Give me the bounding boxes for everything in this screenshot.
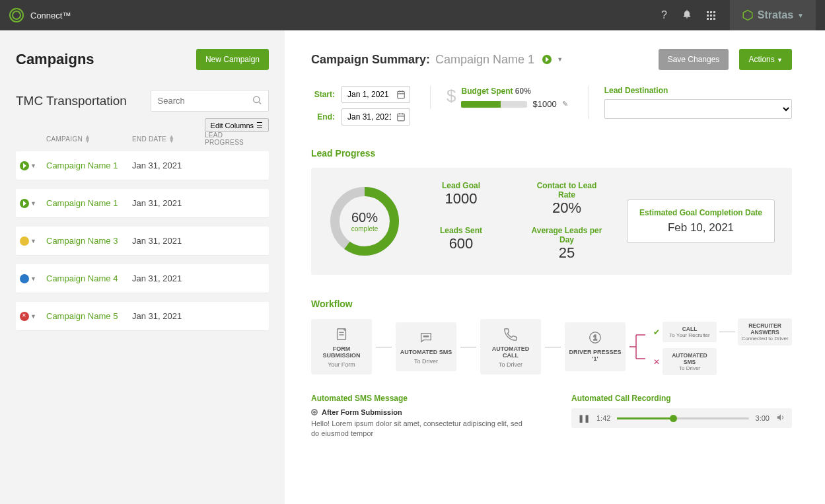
chevron-down-icon[interactable]: ▼ [30, 200, 36, 207]
chevron-down-icon[interactable]: ▼ [30, 162, 36, 169]
volume-icon[interactable] [776, 413, 785, 423]
chevron-down-icon[interactable]: ▼ [557, 56, 563, 63]
workflow-node[interactable]: AUTOMATED SMSTo Driver [396, 322, 456, 371]
status-icon [20, 199, 29, 208]
actions-button[interactable]: Actions ▼ [739, 49, 792, 70]
estimated-completion-card: Estimated Goal Completion Date Feb 10, 2… [627, 199, 775, 243]
chevron-down-icon[interactable]: ▼ [30, 313, 36, 320]
campaign-name[interactable]: Campaign Name 4 [46, 273, 132, 283]
list-headers: CAMPAIGN▲▼ END DATE▲▼ LEAD PROGRESS [16, 131, 205, 146]
sort-icon: ▲▼ [85, 135, 90, 143]
form-icon [333, 326, 350, 343]
lead-destination-select[interactable] [604, 99, 792, 119]
svg-point-0 [254, 96, 260, 102]
dollar-icon: $ [447, 86, 456, 106]
campaign-row[interactable]: ▼Campaign Name 1Jan 31, 2021 [16, 151, 269, 180]
campaign-list: ▼Campaign Name 1Jan 31, 2021▼Campaign Na… [16, 151, 269, 330]
sms-message-block: Automated SMS Message After Form Submiss… [311, 394, 532, 439]
campaign-end-date: Jan 31, 2021 [132, 311, 205, 321]
lead-progress-card: 60% complete Lead Goal1000 Contact to Le… [311, 168, 792, 275]
org-name: TMC Transportation [16, 94, 135, 108]
campaign-row[interactable]: ▼Campaign Name 4Jan 31, 2021 [16, 264, 269, 293]
end-date-input[interactable] [341, 108, 410, 126]
call-recording-block: Automated Call Recording ❚❚ 1:42 3:00 [571, 394, 792, 439]
summary-campaign-name: Campaign Name 1 [435, 53, 534, 67]
apps-grid-icon[interactable] [707, 11, 715, 20]
header-end-date[interactable]: END DATE▲▼ [132, 131, 205, 146]
campaign-end-date: Jan 31, 2021 [132, 198, 205, 208]
budget-label: Budget Spent 60% [461, 87, 530, 96]
workflow-node[interactable]: AUTOMATED CALLTo Driver [480, 319, 541, 375]
number-one-icon: 1 [587, 329, 604, 346]
sms-body: Hello! Lorem ipsum dolor sit amet, conse… [311, 419, 532, 439]
bell-icon[interactable] [682, 9, 692, 22]
header-lead-progress[interactable]: LEAD PROGRESS [205, 131, 244, 146]
budget-amount: $1000 [532, 99, 556, 109]
search-icon [252, 94, 262, 107]
sort-icon: ▲▼ [168, 135, 174, 143]
campaign-end-date: Jan 31, 2021 [132, 273, 205, 283]
audio-total-time: 3:00 [756, 414, 770, 422]
contact-rate-value: 20% [530, 199, 603, 217]
campaign-row[interactable]: ▼Campaign Name 1Jan 31, 2021 [16, 189, 269, 217]
workflow-branch-node[interactable]: AUTOMATED SMSTo Driver [663, 348, 717, 375]
status-icon [20, 312, 29, 321]
check-icon: ✔ [653, 328, 660, 337]
svg-line-1 [259, 102, 261, 104]
edit-columns-button[interactable]: Edit Columns ☰ [205, 118, 269, 132]
columns-icon: ☰ [256, 121, 263, 129]
workflow-node[interactable]: FORM SUBMISSIONYour Form [311, 319, 372, 375]
topbar-left: Connect™ [9, 8, 71, 22]
lead-destination-block: Lead Destination [588, 86, 792, 119]
donut-sub: complete [351, 225, 378, 233]
start-label: Start: [311, 90, 335, 99]
app-name: Connect™ [30, 11, 71, 20]
workflow-node[interactable]: 1 DRIVER PRESSES '1' [565, 322, 626, 371]
status-icon [20, 274, 29, 283]
audio-player[interactable]: ❚❚ 1:42 3:00 [571, 408, 792, 428]
header-campaign[interactable]: CAMPAIGN▲▼ [46, 131, 132, 146]
campaign-name[interactable]: Campaign Name 1 [46, 198, 132, 208]
sidebar: Campaigns New Campaign TMC Transportatio… [0, 30, 285, 504]
chevron-down-icon[interactable]: ▼ [30, 275, 36, 282]
date-block: Start: End: [311, 86, 410, 126]
campaign-name[interactable]: Campaign Name 5 [46, 311, 132, 321]
campaign-row[interactable]: ▼Campaign Name 5Jan 31, 2021 [16, 302, 269, 330]
svg-point-9 [427, 336, 429, 337]
svg-point-8 [425, 336, 427, 337]
edit-budget-icon[interactable]: ✎ [562, 100, 568, 108]
branch-connector [629, 328, 645, 365]
workflow-branch-node[interactable]: RECRUITER ANSWERSConnected to Driver [738, 318, 792, 345]
status-icon [20, 161, 29, 170]
svg-point-7 [423, 336, 425, 337]
chevron-down-icon: ▼ [777, 57, 783, 63]
stratas-logo-icon [742, 9, 754, 21]
pause-icon[interactable]: ❚❚ [578, 414, 590, 423]
leads-sent-value: 600 [425, 235, 497, 252]
workflow-branch-node[interactable]: CALLTo Your Recruiter [663, 322, 717, 342]
chevron-down-icon[interactable]: ▼ [30, 238, 36, 244]
main-panel: Campaign Summary: Campaign Name 1 ▼ Save… [285, 30, 825, 504]
status-icon [20, 236, 29, 246]
brand-switcher[interactable]: Stratas ▼ [730, 0, 816, 30]
call-icon [502, 326, 519, 343]
start-date-input[interactable] [341, 86, 410, 103]
page-title: Campaigns [16, 51, 94, 68]
connect-logo-icon [9, 8, 24, 22]
svg-text:1: 1 [593, 334, 597, 342]
campaign-name[interactable]: Campaign Name 1 [46, 161, 132, 170]
chevron-down-icon: ▼ [797, 12, 804, 19]
audio-current-time: 1:42 [596, 414, 610, 422]
help-icon[interactable]: ? [661, 9, 667, 21]
est-completion-value: Feb 10, 2021 [639, 221, 762, 234]
audio-track[interactable] [617, 417, 748, 419]
new-campaign-button[interactable]: New Campaign [196, 49, 269, 70]
campaign-name[interactable]: Campaign Name 3 [46, 236, 132, 246]
end-label: End: [311, 112, 335, 122]
save-changes-button[interactable]: Save Changes [659, 49, 729, 70]
campaign-row[interactable]: ▼Campaign Name 3Jan 31, 2021 [16, 227, 269, 255]
sms-radio-option[interactable]: After Form Submission [311, 408, 532, 416]
radio-icon [311, 409, 318, 415]
avg-leads-value: 25 [530, 244, 603, 262]
lead-destination-label: Lead Destination [604, 86, 792, 95]
